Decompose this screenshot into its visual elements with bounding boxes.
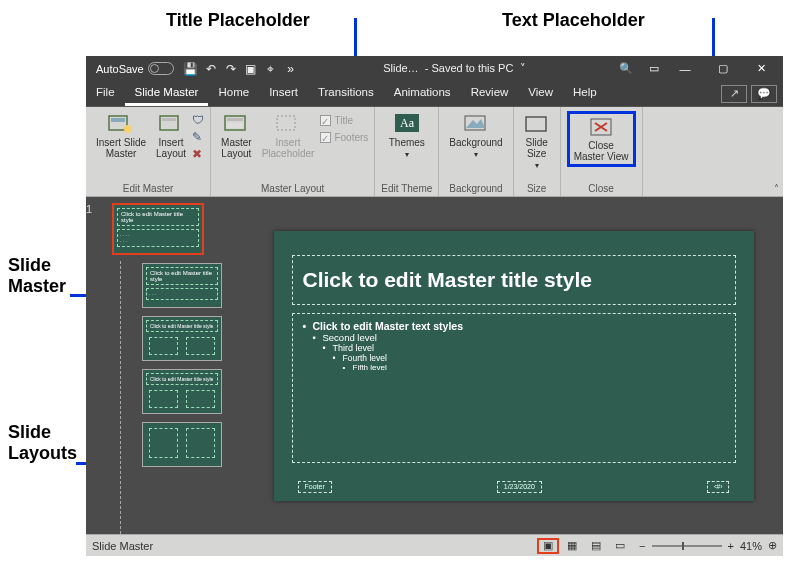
zoom-out-icon[interactable]: − xyxy=(639,540,645,552)
slide-size-label: Slide Size xyxy=(526,137,548,159)
master-layout-label: Master Layout xyxy=(221,137,252,159)
tab-transitions[interactable]: Transitions xyxy=(308,81,384,106)
ribbon-group-label-size: Size xyxy=(527,181,546,194)
ribbon-group-label-close: Close xyxy=(588,181,614,194)
tab-home[interactable]: Home xyxy=(208,81,259,106)
zoom-control[interactable]: − + 41% ⊕ xyxy=(639,539,777,552)
slideshow-icon[interactable]: ▣ xyxy=(244,62,258,76)
themes-button[interactable]: Aa Themes ▾ xyxy=(385,111,429,161)
thumb-col xyxy=(149,390,178,408)
footer-date-placeholder[interactable]: 1/23/2020 xyxy=(497,481,542,493)
footer-text-placeholder[interactable]: Footer xyxy=(298,481,332,493)
tab-file[interactable]: File xyxy=(86,81,125,106)
layout-tree-line xyxy=(120,261,121,534)
slide-master-thumbnail[interactable]: Click to edit Master title style · · · ·… xyxy=(112,203,204,255)
slide-layout-thumbnail[interactable]: Click to edit Master title style xyxy=(142,369,222,414)
thumb-col xyxy=(149,337,178,355)
insert-placeholder-icon xyxy=(275,113,301,135)
tab-review[interactable]: Review xyxy=(461,81,519,106)
titlebar: AutoSave 💾 ↶ ↷ ▣ ⌖ » Slide… - Saved to t… xyxy=(86,56,783,81)
thumb-col xyxy=(186,337,215,355)
undo-icon[interactable]: ↶ xyxy=(204,62,218,76)
touch-icon[interactable]: ⌖ xyxy=(264,62,278,76)
doc-dropdown-icon[interactable]: ˅ xyxy=(520,62,526,74)
thumb-index: 1 xyxy=(86,203,92,215)
title-placeholder[interactable]: Click to edit Master title style xyxy=(292,255,736,305)
insert-slide-master-icon xyxy=(108,113,134,135)
svg-rect-12 xyxy=(526,117,546,131)
slide-canvas[interactable]: Click to edit Master title style Click t… xyxy=(244,197,783,534)
comments-button[interactable]: 💬 xyxy=(751,85,777,103)
ribbon-group-label-edit-master: Edit Master xyxy=(123,181,174,194)
autosave-toggle[interactable]: AutoSave xyxy=(96,62,174,75)
insert-placeholder-label: Insert Placeholder xyxy=(262,137,315,159)
tab-animations[interactable]: Animations xyxy=(384,81,461,106)
window-controls: — ▢ ✕ xyxy=(667,56,779,81)
ribbon-display-icon[interactable]: ▭ xyxy=(649,62,659,75)
slide-layout-thumbnail[interactable] xyxy=(142,422,222,467)
search-icon[interactable]: 🔍 xyxy=(619,62,633,75)
svg-point-2 xyxy=(124,125,132,133)
title-checkbox: ✓Title xyxy=(320,115,368,126)
zoom-value: 41% xyxy=(740,540,762,552)
maximize-button[interactable]: ▢ xyxy=(705,56,741,81)
insert-slide-master-label: Insert Slide Master xyxy=(96,137,146,159)
close-button[interactable]: ✕ xyxy=(743,56,779,81)
close-master-view-button[interactable]: Close Master View xyxy=(567,111,636,167)
slide-master-editor[interactable]: Click to edit Master title style Click t… xyxy=(274,231,754,501)
tab-insert[interactable]: Insert xyxy=(259,81,308,106)
zoom-slider[interactable] xyxy=(652,545,722,547)
quick-access-toolbar: 💾 ↶ ↷ ▣ ⌖ » xyxy=(184,62,298,76)
background-icon xyxy=(463,113,489,135)
footer-placeholders[interactable]: Footer 1/23/2020 ‹#› xyxy=(292,479,736,495)
zoom-in-icon[interactable]: + xyxy=(728,540,734,552)
thumb-body: · · · xyxy=(146,288,218,300)
sorter-view-button[interactable]: ▦ xyxy=(561,538,583,554)
slide-layout-thumbnail[interactable]: Click to edit Master title style · · · xyxy=(142,263,222,308)
work-area: 1 Click to edit Master title style · · ·… xyxy=(86,197,783,534)
tab-view[interactable]: View xyxy=(518,81,563,106)
title-checkbox-label: Title xyxy=(334,115,353,126)
slide-layout-thumbnail[interactable]: Click to edit Master title style xyxy=(142,316,222,361)
save-icon[interactable]: 💾 xyxy=(184,62,198,76)
ribbon-group-label-edit-theme: Edit Theme xyxy=(381,181,432,194)
normal-view-button[interactable]: ▣ xyxy=(537,538,559,554)
background-button[interactable]: Background ▾ xyxy=(445,111,506,161)
themes-label: Themes xyxy=(389,137,425,148)
powerpoint-window: AutoSave 💾 ↶ ↷ ▣ ⌖ » Slide… - Saved to t… xyxy=(86,56,783,556)
fit-to-window-icon[interactable]: ⊕ xyxy=(768,539,777,552)
svg-rect-8 xyxy=(277,116,295,130)
thumb-col xyxy=(186,390,215,408)
thumb-col xyxy=(149,428,178,458)
preserve-icon[interactable]: 🛡 xyxy=(192,113,204,127)
close-master-view-icon xyxy=(588,116,614,138)
ribbon-group-label-background: Background xyxy=(449,181,502,194)
insert-slide-master-button[interactable]: Insert Slide Master xyxy=(92,111,150,161)
overflow-icon[interactable]: » xyxy=(284,62,298,76)
slideshow-view-button[interactable]: ▭ xyxy=(609,538,631,554)
tab-help[interactable]: Help xyxy=(563,81,607,106)
thumbnail-panel[interactable]: 1 Click to edit Master title style · · ·… xyxy=(86,197,244,534)
body-placeholder[interactable]: Click to edit Master text styles Second … xyxy=(292,313,736,463)
master-layout-button[interactable]: Master Layout xyxy=(217,111,256,161)
chevron-down-icon: ▾ xyxy=(535,161,539,170)
insert-placeholder-button: Insert Placeholder xyxy=(258,111,319,161)
minimize-button[interactable]: — xyxy=(667,56,703,81)
thumb-body: · · · ·· · · xyxy=(117,229,199,247)
redo-icon[interactable]: ↷ xyxy=(224,62,238,76)
footer-number-placeholder[interactable]: ‹#› xyxy=(707,481,730,493)
thumb-title: Click to edit Master title style xyxy=(146,320,218,332)
ribbon-tabs: File Slide Master Home Insert Transition… xyxy=(86,81,783,107)
collapse-ribbon-icon[interactable]: ˄ xyxy=(774,183,779,194)
rename-icon[interactable]: ✎ xyxy=(192,130,204,144)
doc-name: Slide… xyxy=(383,62,418,74)
tab-slide-master[interactable]: Slide Master xyxy=(125,81,209,106)
delete-icon[interactable]: ✖ xyxy=(192,147,204,161)
insert-layout-button[interactable]: Insert Layout xyxy=(152,111,190,161)
reading-view-button[interactable]: ▤ xyxy=(585,538,607,554)
close-master-view-label: Close Master View xyxy=(574,140,629,162)
slide-size-button[interactable]: Slide Size ▾ xyxy=(520,111,554,172)
autosave-switch[interactable] xyxy=(148,62,174,75)
doc-state: - Saved to this PC xyxy=(425,62,514,74)
share-button[interactable]: ↗ xyxy=(721,85,747,103)
